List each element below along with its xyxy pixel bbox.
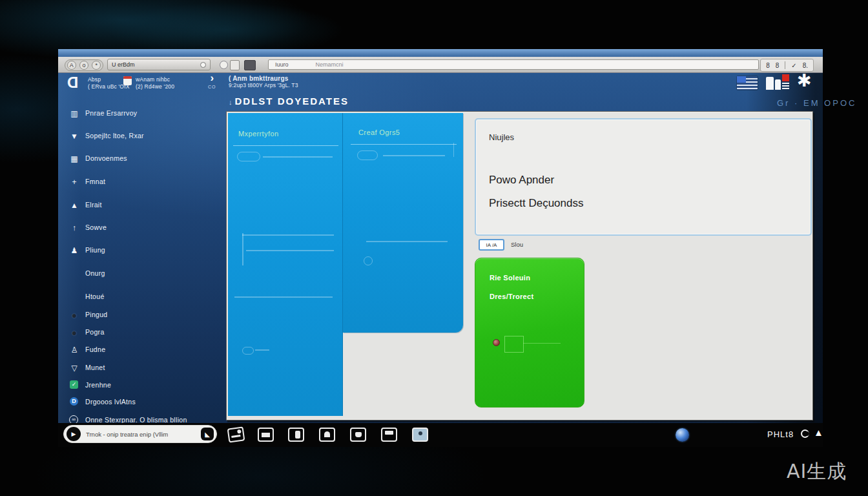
divider (233, 145, 338, 146)
taskbar-clock[interactable]: PHLt8 (767, 429, 794, 439)
panel-title: Creaf Ogrs5 (358, 129, 400, 136)
sidebar-item-label: Donvoenmes (85, 154, 127, 162)
address-text: Iuuro (275, 61, 289, 68)
sidebar-item-label: Fmnat (85, 178, 105, 185)
ai-watermark: AI生成 (787, 459, 847, 485)
browser-controls: 8 8 ✓ 8. (760, 59, 814, 72)
bell-icon[interactable] (319, 428, 335, 442)
ghost-mark (255, 349, 269, 351)
flag-icon[interactable] (737, 76, 758, 90)
sidebar-item-5[interactable]: ▲Elrait (65, 200, 229, 213)
send-icon[interactable]: ◣ (201, 428, 214, 440)
taskbar-search[interactable]: ▶ Trnok - onip treatra enip (Vllim ◣ (63, 425, 217, 443)
sidebar-item-1[interactable]: ▥Pnrae Ersarrvoy (65, 108, 229, 121)
camera-icon[interactable] (350, 428, 366, 442)
sidebar-item-label: Drgooos lvlAtns (85, 398, 136, 406)
ghost-mark (242, 347, 254, 355)
arrow-up-icon: ↑ (68, 223, 80, 233)
filter-icon: ▼ (68, 131, 80, 141)
person-icon: ♟ (68, 245, 80, 256)
red-dot-icon[interactable] (493, 339, 500, 346)
panel-left-blue: Mxperrtyfon (228, 113, 343, 416)
extension-icon[interactable] (244, 60, 256, 70)
columns-icon: ▥ (68, 108, 80, 119)
printer-icon[interactable] (381, 428, 397, 442)
ghost-line (383, 155, 445, 156)
panel-mid-blue: Creaf Ogrs5 (343, 113, 463, 333)
sidebar-item-15[interactable]: DDrgooos lvlAtns (65, 397, 229, 410)
ghost-line (246, 250, 334, 251)
save-page-button[interactable]: 8. (803, 62, 808, 69)
ghost-rect (504, 336, 524, 353)
icon-part (782, 83, 789, 90)
beaker-icon: ▽ (68, 363, 80, 373)
zoom-in-button[interactable]: 8 (776, 62, 780, 69)
header-subtext: 9:2up3 t800Y Arps '3gL. T3 (229, 82, 298, 89)
address-bar[interactable]: Iuuro Nemamcni (268, 59, 759, 70)
hand-tool-icon[interactable] (227, 426, 245, 442)
ghost-mark (364, 256, 373, 265)
ghost-toggle (237, 152, 260, 161)
tray-arrow-icon[interactable]: ▲ (814, 427, 823, 438)
ghost-line (453, 143, 455, 157)
sidebar-item-label: Onurg (85, 269, 105, 277)
green-doc-icon: ✓ (70, 380, 78, 389)
sidebar-item-14[interactable]: ✓Jrenhne (65, 380, 229, 393)
chart-icon: ▦ (68, 154, 80, 164)
panel-title: Mxperrtyfon (238, 130, 278, 138)
crescent-icon[interactable] (801, 429, 809, 438)
divider (351, 144, 457, 145)
ghost-line (523, 343, 561, 344)
sidebar-item-label: Jrenhne (85, 381, 111, 389)
header-text: ( Anm bmkttraurgs (229, 75, 298, 82)
ghost-toggle (357, 150, 378, 160)
title-text: DDLST DOYEDATES (235, 96, 349, 107)
divider (785, 61, 785, 69)
ia-button[interactable]: IA /A (479, 239, 504, 251)
search-text: Trnok - onip treatra enip (Vllim (86, 431, 168, 438)
sidebar-item-label: Pogra (85, 328, 105, 336)
green-panel-line-2: Dres/Trorect (490, 293, 533, 300)
sidebar-item-label: Sopejltc ltoe, Rxar (85, 132, 144, 140)
page-title: ↓DDLST DOYEDATES (229, 96, 349, 107)
window-icon[interactable] (288, 428, 304, 442)
green-panel: Rie Soleuin Dres/Trorect (475, 258, 584, 408)
details-panel: Niujles Powo Apnder Prisectt Deçuondss (475, 118, 812, 236)
monitor-screen: A o * U erBdm Iuuro Nemamcni 8 8 ✓ 8. D … (58, 49, 823, 447)
address-hint: Nemamcni (316, 61, 344, 68)
details-line-1: Powo Apnder (489, 174, 554, 187)
sidebar-item-12[interactable]: ♙Fudne (65, 345, 229, 358)
sidebar-item-8[interactable]: Onurg (65, 269, 229, 282)
globe-icon[interactable] (676, 428, 689, 442)
archive-icon[interactable] (412, 428, 428, 442)
details-heading: Niujles (489, 132, 514, 142)
sidebar-item-label: Elrait (85, 201, 102, 209)
sidebar-item-6[interactable]: ↑Sowve (65, 223, 229, 236)
sidebar-item-label: Pliung (85, 246, 105, 254)
page-icon[interactable] (230, 60, 240, 70)
sidebar-item-11[interactable]: ●Pogra (65, 327, 229, 340)
dark-circle-icon: ● (68, 327, 80, 338)
edit-button[interactable]: ✓ (791, 62, 796, 69)
display-icon[interactable] (258, 428, 274, 442)
sidebar-item-4[interactable]: +Fmnat (65, 177, 229, 190)
sidebar-item-label: Pnrae Ersarrvoy (85, 109, 137, 117)
sidebar-item-label: Sowve (85, 223, 107, 231)
sidebar-item-9[interactable]: Htoué (65, 292, 229, 305)
gear-icon[interactable]: ✱ (797, 72, 812, 90)
zoom-out-button[interactable]: 8 (766, 62, 770, 69)
sidebar-item-10[interactable]: ●Pingud (65, 310, 229, 323)
sidebar-item-2[interactable]: ▼Sopejltc ltoe, Rxar (65, 131, 229, 144)
blue-circle-icon: D (70, 397, 78, 406)
play-icon[interactable]: ▶ (67, 427, 81, 441)
icon-part (775, 79, 781, 90)
sidebar-item-7[interactable]: ♟Pliung (65, 245, 229, 258)
ghost-line (242, 233, 243, 265)
ghost-line (242, 234, 334, 236)
sidebar-item-13[interactable]: ▽Munet (65, 363, 229, 376)
sidebar-item-label: Pingud (85, 311, 108, 318)
corner-watermark-text: Gr · EM OPOC (777, 98, 856, 108)
sidebar: ▥Pnrae Ersarrvoy ▼Sopejltc ltoe, Rxar ▦D… (65, 49, 229, 447)
people-columns-icon[interactable] (766, 74, 790, 92)
sidebar-item-3[interactable]: ▦Donvoenmes (65, 154, 229, 167)
